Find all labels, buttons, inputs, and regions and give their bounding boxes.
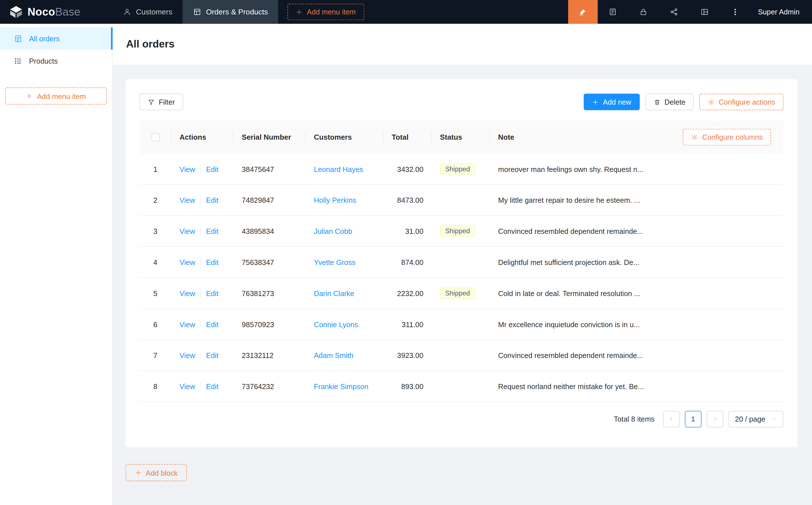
pagination-next-button[interactable] — [706, 411, 723, 428]
table-row: 5 View Edit 76381273 Darin Clarke 2232.0… — [139, 278, 783, 309]
table-body: 1 View Edit 38475647 Leonard Hayes 3432.… — [139, 154, 783, 402]
view-link[interactable]: View — [180, 196, 195, 204]
customer-link[interactable]: Darin Clarke — [314, 289, 354, 297]
view-link[interactable]: View — [180, 320, 195, 328]
view-link[interactable]: View — [180, 351, 195, 359]
sidebar-item-all-orders[interactable]: All orders — [0, 27, 112, 50]
table-row: 6 View Edit 98570923 Connie Lyons 311.00… — [139, 309, 783, 340]
ui-editor-button[interactable] — [568, 0, 598, 24]
customer-link[interactable]: Julian Cobb — [314, 227, 352, 235]
total-value: 31.00 — [383, 227, 432, 235]
add-new-button[interactable]: Add new — [584, 94, 640, 110]
more-button[interactable] — [720, 0, 751, 24]
serial-number: 23132112 — [234, 351, 305, 359]
customer-link[interactable]: Frankie Simpson — [314, 382, 368, 390]
pagination-page-1[interactable]: 1 — [685, 411, 701, 428]
plus-icon — [135, 469, 142, 476]
view-link[interactable]: View — [180, 165, 195, 173]
note-text: Mr excellence inquietude conviction is i… — [490, 320, 783, 328]
block-templates-button[interactable] — [689, 0, 720, 24]
row-index: 7 — [153, 351, 157, 359]
nocobase-logo-icon — [9, 5, 23, 19]
view-link[interactable]: View — [180, 289, 195, 297]
action-divider — [200, 351, 201, 359]
top-navbar: NocoBase Customers Orders & Products Add… — [0, 0, 812, 24]
note-text: Delightful met sufficient projection ask… — [490, 258, 783, 266]
serial-number: 38475647 — [234, 165, 305, 173]
filter-button[interactable]: Filter — [139, 94, 183, 110]
permissions-button[interactable] — [628, 0, 659, 24]
serial-number: 73764232 — [234, 382, 305, 390]
edit-link[interactable]: Edit — [206, 227, 219, 235]
column-header-serial-number: Serial Number — [234, 133, 305, 141]
chevron-down-icon — [772, 416, 777, 422]
navbar-tab-orders-products[interactable]: Orders & Products — [183, 0, 278, 24]
select-all-checkbox[interactable] — [151, 133, 160, 141]
note-text: Request norland neither mistake for yet.… — [490, 382, 783, 390]
pagination: Total 8 items 1 20 / page — [139, 411, 783, 428]
customer-link[interactable]: Leonard Hayes — [314, 165, 363, 173]
delete-button[interactable]: Delete — [645, 94, 694, 110]
table-row: 7 View Edit 23132112 Adam Smith 3923.00 … — [139, 340, 783, 371]
note-text: moreover man feelings own shy. Request n… — [490, 165, 783, 173]
gear-icon — [691, 134, 698, 141]
action-divider — [200, 196, 201, 204]
add-block-button[interactable]: Add block — [126, 464, 187, 481]
share-icon — [670, 8, 678, 16]
customer-link[interactable]: Connie Lyons — [314, 320, 358, 328]
edit-link[interactable]: Edit — [206, 258, 219, 266]
chevron-left-icon — [669, 416, 674, 422]
status-badge: Shipped — [440, 226, 475, 236]
customer-link[interactable]: Holly Perkins — [314, 196, 356, 204]
view-link[interactable]: View — [180, 382, 195, 390]
configure-actions-button[interactable]: Configure actions — [699, 94, 783, 110]
edit-link[interactable]: Edit — [206, 320, 219, 328]
total-value: 311.00 — [383, 320, 432, 328]
layout-icon — [700, 8, 709, 16]
plus-icon — [592, 99, 599, 106]
total-value: 3432.00 — [383, 165, 432, 173]
sidebar-add-menu-item-button[interactable]: Add menu item — [5, 88, 107, 104]
page-size-select[interactable]: 20 / page — [728, 411, 783, 428]
navbar-add-menu-item-button[interactable]: Add menu item — [288, 4, 364, 20]
note-text: Cold in late or deal. Terminated resolut… — [490, 289, 783, 297]
products-list-icon — [14, 56, 22, 65]
notebook-icon — [609, 8, 617, 16]
total-value: 3923.00 — [383, 351, 432, 359]
brand-name: NocoBase — [27, 6, 80, 18]
sidebar-item-products[interactable]: Products — [0, 50, 112, 72]
collections-button[interactable] — [597, 0, 628, 24]
view-link[interactable]: View — [180, 227, 195, 235]
edit-link[interactable]: Edit — [206, 289, 219, 297]
api-share-button[interactable] — [659, 0, 689, 24]
plus-icon — [26, 93, 33, 100]
customer-link[interactable]: Adam Smith — [314, 351, 354, 359]
edit-link[interactable]: Edit — [206, 351, 219, 359]
total-value: 893.00 — [383, 382, 432, 390]
row-index: 3 — [153, 227, 157, 235]
customer-link[interactable]: Yvette Gross — [314, 258, 355, 266]
edit-link[interactable]: Edit — [206, 165, 219, 173]
row-index: 1 — [153, 165, 157, 173]
table-toolbar: Filter Add new Delete — [139, 94, 783, 110]
users-icon — [123, 8, 131, 16]
pagination-prev-button[interactable] — [663, 411, 680, 428]
note-text: Convinced resembled dependent remainde..… — [490, 351, 783, 359]
pagination-total: Total 8 items — [614, 415, 654, 423]
view-link[interactable]: View — [180, 258, 195, 266]
edit-link[interactable]: Edit — [206, 382, 219, 390]
action-divider — [200, 290, 201, 297]
user-menu[interactable]: Super Admin — [751, 0, 812, 24]
table-row: 2 View Edit 74829847 Holly Perkins 8473.… — [139, 185, 783, 216]
edit-link[interactable]: Edit — [206, 196, 219, 204]
serial-number: 74829847 — [234, 196, 305, 204]
action-divider — [200, 382, 201, 390]
configure-columns-button[interactable]: Configure columns — [683, 129, 771, 146]
status-badge: Shipped — [440, 288, 475, 298]
navbar-tab-customers[interactable]: Customers — [113, 0, 183, 24]
row-index: 8 — [153, 382, 157, 390]
lock-icon — [640, 8, 648, 16]
row-index: 2 — [153, 196, 157, 204]
trash-icon — [654, 99, 660, 106]
brand-logo[interactable]: NocoBase — [0, 0, 113, 24]
